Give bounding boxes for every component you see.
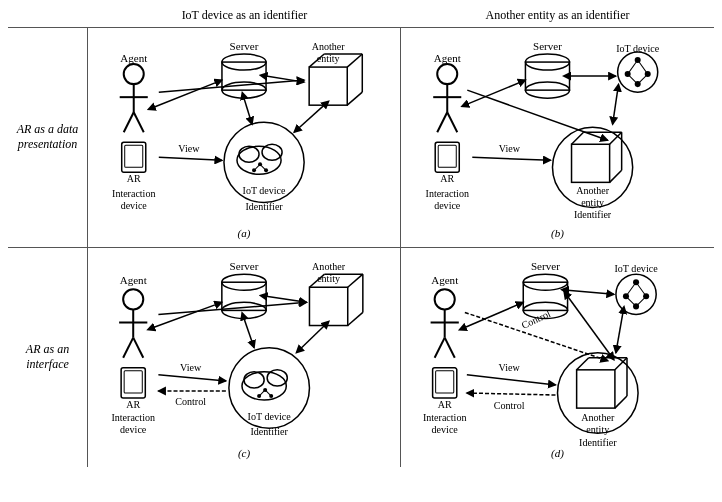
svg-text:Control: Control	[175, 396, 206, 407]
svg-text:Another: Another	[312, 41, 345, 52]
svg-text:AR: AR	[440, 173, 454, 184]
diagram-c: Agent AR Server	[92, 252, 396, 464]
svg-text:Interaction: Interaction	[111, 412, 155, 423]
svg-rect-132	[436, 370, 454, 392]
svg-point-82	[123, 289, 143, 309]
cell-d-label: (d)	[551, 447, 564, 459]
svg-text:Control: Control	[520, 307, 553, 330]
cell-b: Agent AR Server	[401, 28, 714, 248]
svg-text:AR: AR	[126, 399, 140, 410]
svg-d: Agent AR Server	[405, 252, 710, 464]
svg-line-44	[437, 112, 447, 132]
svg-line-129	[445, 337, 455, 357]
svg-rect-65	[572, 144, 610, 182]
svg-text:Server: Server	[230, 260, 259, 272]
svg-rect-48	[438, 145, 456, 167]
svg-text:Another: Another	[312, 261, 346, 272]
svg-line-85	[123, 337, 133, 357]
diagram-a: Agent AR Server	[92, 32, 396, 243]
svg-line-120	[296, 325, 324, 352]
svg-text:Identifier: Identifier	[579, 437, 617, 448]
svg-line-166	[467, 374, 556, 384]
svg-line-3	[124, 112, 134, 132]
svg-line-66	[572, 132, 584, 144]
svg-text:entity: entity	[581, 197, 604, 208]
svg-line-168	[467, 393, 556, 395]
svg-text:device: device	[434, 200, 461, 211]
svg-line-62	[638, 74, 648, 84]
col-header-1: IoT device as an identifier	[105, 8, 385, 23]
svg-text:IoT device: IoT device	[248, 411, 292, 422]
svg-line-146	[636, 296, 646, 306]
svg-rect-135	[523, 282, 567, 310]
svg-text:device: device	[120, 424, 147, 435]
svg-text:Server: Server	[230, 40, 259, 52]
svg-line-34	[154, 80, 222, 107]
svg-line-86	[133, 337, 143, 357]
cell-c: Agent AR Server	[88, 248, 401, 468]
svg-line-79	[613, 90, 618, 124]
svg-text:Agent: Agent	[434, 52, 461, 64]
svg-line-143	[626, 282, 636, 296]
svg-line-119	[244, 318, 254, 347]
svg-line-150	[577, 357, 589, 369]
col-header-2: Another entity as an identifier	[418, 8, 698, 23]
svg-point-24	[262, 144, 282, 160]
svg-text:IoT device: IoT device	[243, 185, 286, 196]
svg-text:AR: AR	[438, 399, 452, 410]
svg-text:IoT device: IoT device	[616, 43, 659, 54]
main-grid: AR as a data presentation Agent	[8, 27, 714, 467]
svg-text:Server: Server	[533, 40, 562, 52]
svg-line-118	[266, 296, 306, 302]
svg-text:View: View	[180, 361, 202, 372]
svg-text:device: device	[121, 200, 148, 211]
svg-text:entity: entity	[586, 424, 609, 435]
svg-text:Identifier: Identifier	[574, 209, 612, 220]
svg-line-39	[159, 157, 222, 160]
svg-text:View: View	[499, 143, 521, 154]
svg-line-97	[348, 274, 363, 287]
svg-line-4	[134, 112, 144, 132]
cell-c-label: (c)	[238, 447, 250, 459]
svg-text:AR: AR	[127, 173, 141, 184]
svg-line-100	[348, 312, 363, 325]
svg-text:device: device	[432, 424, 459, 435]
svg-line-61	[628, 74, 638, 84]
cell-d: Agent AR Server	[401, 248, 714, 468]
svg-line-121	[158, 374, 225, 380]
svg-point-111	[263, 387, 267, 391]
svg-text:entity: entity	[317, 273, 340, 284]
svg-text:Control: Control	[494, 400, 525, 411]
diagram-d: Agent AR Server	[405, 252, 710, 464]
svg-point-0	[124, 64, 144, 84]
svg-line-70	[610, 170, 622, 182]
svg-rect-95	[309, 287, 347, 325]
cell-b-label: (b)	[551, 227, 564, 239]
svg-text:Agent: Agent	[120, 274, 148, 286]
svg-text:Agent: Agent	[120, 52, 147, 64]
cell-a: Agent AR Server	[88, 28, 401, 248]
svg-point-106	[267, 369, 287, 385]
svg-text:entity: entity	[317, 53, 340, 64]
svg-c: Agent AR Server	[92, 252, 396, 464]
svg-line-59	[628, 60, 638, 74]
svg-line-145	[626, 296, 636, 306]
svg-line-38	[294, 105, 324, 132]
svg-text:Interaction: Interaction	[426, 188, 469, 199]
svg-line-162	[568, 290, 614, 294]
svg-text:Interaction: Interaction	[423, 412, 467, 423]
svg-text:Another: Another	[576, 185, 609, 196]
svg-line-37	[244, 98, 252, 124]
cell-a-label: (a)	[238, 227, 251, 239]
svg-line-15	[347, 54, 362, 67]
svg-rect-51	[525, 62, 569, 90]
svg-text:Interaction: Interaction	[112, 188, 155, 199]
svg-text:Server: Server	[531, 260, 560, 272]
svg-line-80	[472, 157, 550, 160]
svg-point-125	[435, 289, 455, 309]
svg-point-29	[258, 162, 262, 166]
diagram-b: Agent AR Server	[405, 32, 710, 243]
svg-line-18	[347, 92, 362, 105]
svg-text:View: View	[178, 143, 200, 154]
svg-line-163	[616, 312, 623, 352]
